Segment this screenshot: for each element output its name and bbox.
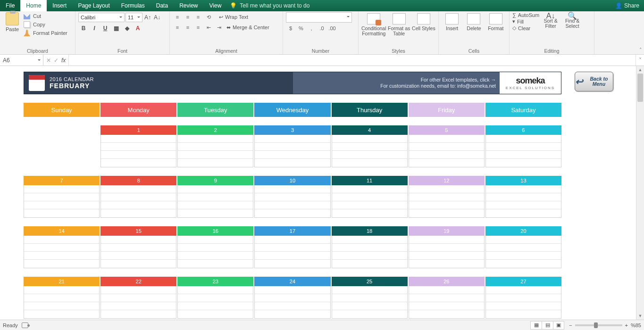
day-cell[interactable]: 12 bbox=[409, 176, 485, 218]
day-cell[interactable] bbox=[24, 125, 100, 167]
scroll-thumb[interactable] bbox=[637, 74, 643, 102]
entry-line[interactable] bbox=[24, 209, 99, 217]
day-cell[interactable]: 17 bbox=[254, 226, 331, 268]
entry-line[interactable] bbox=[486, 159, 561, 167]
day-cell[interactable]: 1 bbox=[100, 125, 177, 167]
dec-decimal-button[interactable]: .00 bbox=[327, 24, 337, 33]
entry-line[interactable] bbox=[101, 310, 176, 318]
tell-me[interactable]: 💡 Tell me what you want to do bbox=[230, 0, 309, 11]
italic-button[interactable]: I bbox=[89, 24, 100, 33]
day-lines[interactable] bbox=[177, 135, 253, 167]
day-cell[interactable]: 7 bbox=[24, 176, 100, 218]
zoom-in-button[interactable]: + bbox=[625, 322, 628, 328]
worksheet-area[interactable]: 2016 CALENDAR FEBRUARY For other Excel t… bbox=[0, 66, 644, 320]
day-lines[interactable] bbox=[254, 135, 330, 167]
entry-line[interactable] bbox=[255, 252, 330, 260]
entry-line[interactable] bbox=[24, 244, 99, 252]
entry-line[interactable] bbox=[101, 201, 176, 209]
day-cell[interactable]: 5 bbox=[409, 125, 485, 167]
day-lines[interactable] bbox=[100, 236, 176, 268]
entry-line[interactable] bbox=[24, 151, 100, 159]
entry-line[interactable] bbox=[101, 209, 176, 217]
entry-line[interactable] bbox=[409, 236, 484, 244]
day-cell[interactable]: 6 bbox=[485, 125, 561, 167]
entry-line[interactable] bbox=[486, 286, 561, 294]
day-cell[interactable]: 26 bbox=[409, 277, 485, 319]
day-cell[interactable]: 23 bbox=[177, 277, 254, 319]
entry-line[interactable] bbox=[486, 302, 561, 310]
entry-line[interactable] bbox=[255, 209, 330, 217]
entry-line[interactable] bbox=[409, 260, 484, 268]
entry-line[interactable] bbox=[486, 151, 561, 159]
entry-line[interactable] bbox=[255, 201, 330, 209]
view-normal-button[interactable]: ▦ bbox=[530, 321, 542, 330]
day-lines[interactable] bbox=[177, 236, 253, 268]
entry-line[interactable] bbox=[409, 193, 484, 201]
entry-line[interactable] bbox=[101, 286, 176, 294]
day-lines[interactable] bbox=[100, 135, 176, 167]
entry-line[interactable] bbox=[332, 159, 407, 167]
day-lines[interactable] bbox=[332, 185, 408, 218]
entry-line[interactable] bbox=[409, 294, 484, 302]
entry-line[interactable] bbox=[178, 209, 253, 217]
day-cell[interactable]: 9 bbox=[177, 176, 254, 218]
day-lines[interactable] bbox=[332, 135, 408, 167]
tab-view[interactable]: View bbox=[204, 0, 227, 11]
entry-line[interactable] bbox=[101, 159, 176, 167]
entry-line[interactable] bbox=[101, 302, 176, 310]
formula-input[interactable] bbox=[69, 55, 636, 66]
entry-line[interactable] bbox=[178, 294, 253, 302]
entry-line[interactable] bbox=[409, 201, 484, 209]
grow-font-button[interactable]: A↑ bbox=[143, 13, 152, 22]
cell-styles-button[interactable]: Cell Styles bbox=[412, 12, 435, 36]
entry-line[interactable] bbox=[101, 143, 176, 151]
entry-line[interactable] bbox=[178, 151, 253, 159]
day-lines[interactable] bbox=[24, 185, 100, 218]
entry-line[interactable] bbox=[332, 244, 407, 252]
entry-line[interactable] bbox=[101, 260, 176, 268]
entry-line[interactable] bbox=[255, 294, 330, 302]
entry-line[interactable] bbox=[101, 185, 176, 193]
entry-line[interactable] bbox=[332, 294, 407, 302]
day-cell[interactable]: 2 bbox=[177, 125, 254, 167]
entry-line[interactable] bbox=[255, 159, 330, 167]
indent-inc-button[interactable]: ⇥ bbox=[214, 23, 224, 32]
day-lines[interactable] bbox=[485, 185, 561, 218]
border-button[interactable]: ▦ bbox=[111, 24, 121, 33]
font-name-combo[interactable]: Calibri bbox=[78, 13, 125, 22]
entry-line[interactable] bbox=[332, 260, 407, 268]
zoom-slider[interactable] bbox=[575, 324, 622, 326]
entry-line[interactable] bbox=[178, 159, 253, 167]
entry-line[interactable] bbox=[486, 185, 561, 193]
day-lines[interactable] bbox=[409, 185, 485, 218]
entry-line[interactable] bbox=[24, 286, 99, 294]
entry-line[interactable] bbox=[178, 185, 253, 193]
day-lines[interactable] bbox=[485, 286, 561, 319]
entry-line[interactable] bbox=[255, 135, 330, 143]
day-cell[interactable]: 14 bbox=[24, 226, 100, 268]
entry-line[interactable] bbox=[24, 294, 99, 302]
entry-line[interactable] bbox=[486, 135, 561, 143]
entry-line[interactable] bbox=[486, 310, 561, 318]
fx-button[interactable]: fx bbox=[61, 57, 66, 64]
day-lines[interactable] bbox=[409, 286, 485, 319]
comma-button[interactable]: , bbox=[307, 24, 316, 33]
day-cell[interactable]: 4 bbox=[332, 125, 409, 167]
day-lines[interactable] bbox=[332, 236, 408, 268]
entry-line[interactable] bbox=[24, 236, 99, 244]
shrink-font-button[interactable]: A↓ bbox=[153, 13, 161, 22]
indent-dec-button[interactable]: ⇤ bbox=[204, 23, 213, 32]
day-lines[interactable] bbox=[100, 185, 176, 218]
entry-line[interactable] bbox=[178, 310, 253, 318]
day-cell[interactable]: 3 bbox=[254, 125, 331, 167]
entry-line[interactable] bbox=[24, 193, 99, 201]
paste-button[interactable]: Paste bbox=[3, 12, 22, 32]
entry-line[interactable] bbox=[486, 201, 561, 209]
entry-line[interactable] bbox=[332, 310, 407, 318]
entry-line[interactable] bbox=[409, 143, 484, 151]
clear-button[interactable]: ◇ Clear bbox=[512, 25, 539, 31]
day-lines[interactable] bbox=[485, 236, 561, 268]
entry-line[interactable] bbox=[255, 310, 330, 318]
merge-center-button[interactable]: ⬌ Merge & Center bbox=[226, 23, 270, 32]
day-cell[interactable]: 11 bbox=[332, 176, 409, 218]
